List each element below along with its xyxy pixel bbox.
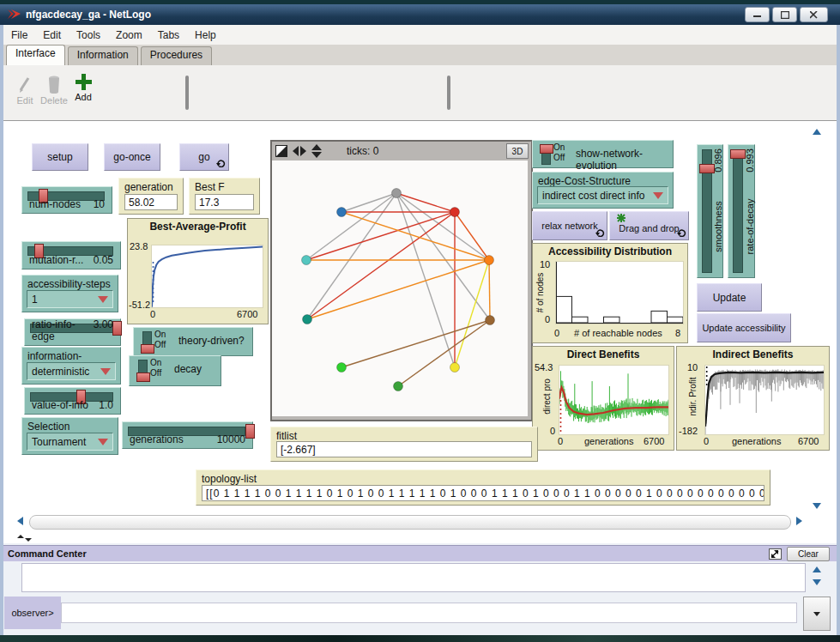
output-scroll-up-icon[interactable] (813, 566, 821, 572)
drag-and-drop-button[interactable]: Drag and drop (609, 211, 689, 240)
command-center-title: Command Center (8, 548, 87, 559)
horizontal-arrows-icon[interactable] (293, 145, 306, 157)
vscroll-up-icon[interactable] (813, 129, 821, 135)
turtle-icon (617, 214, 625, 222)
menu-tools[interactable]: Tools (69, 27, 108, 44)
output-scroll-down-icon[interactable] (813, 579, 821, 585)
menu-help[interactable]: Help (187, 27, 224, 44)
chevron-down-icon (98, 439, 108, 445)
command-center-header: Command Center Clear (3, 545, 837, 561)
toolbar: Edit Delete Add abc Button normal speed … (3, 65, 837, 121)
vscroll-down-icon[interactable] (813, 503, 821, 509)
menu-bar: File Edit Tools Zoom Tabs Help (3, 25, 837, 45)
num-nodes-slider[interactable]: num-nodes10 (21, 186, 112, 214)
forever-icon (677, 227, 686, 237)
generation-monitor: generation58.02 (118, 178, 184, 215)
title-bar: nfgacdecay_ga - NetLogo (0, 4, 840, 25)
export-resize-icon[interactable] (769, 548, 782, 560)
view-world[interactable] (272, 160, 528, 416)
slider-handle[interactable] (245, 424, 255, 439)
show-network-evolution-switch[interactable]: OnOff show-network-evolution (532, 140, 674, 168)
add-tool[interactable]: Add (69, 73, 98, 102)
fitlist-monitor: fitlist[-2.667] (270, 427, 538, 462)
direct-benefits-plot: Direct Benefits 54.3 0 direct pro 0 gene… (532, 346, 674, 451)
relax-network-button[interactable]: relax network (532, 211, 607, 240)
menu-tabs[interactable]: Tabs (150, 27, 187, 44)
ticks-counter: ticks: 0 (347, 145, 378, 157)
ratio-info-edge-slider[interactable]: ratio-info-edge3.00 (24, 318, 121, 346)
add-plus-icon (75, 73, 92, 90)
toolbar-separator (185, 76, 189, 110)
horizontal-scrollbar[interactable] (29, 515, 791, 530)
add-tool-label: Add (75, 92, 92, 102)
switch-track[interactable] (541, 144, 551, 165)
decay-switch[interactable]: OnOff decay (129, 355, 221, 386)
window-close-button[interactable] (800, 7, 828, 22)
netlogo-logo-icon (7, 9, 22, 21)
accessibility-distribution-plot: Accessibility Distribution 10 0 # of nod… (532, 243, 688, 343)
chevron-down-icon (98, 296, 108, 303)
chevron-down-icon (813, 612, 820, 616)
window-title: nfgacdecay_ga - NetLogo (26, 9, 151, 21)
netlogo-window: nfgacdecay_ga - NetLogo File Edit Tools … (0, 0, 840, 642)
tab-interface[interactable]: Interface (6, 45, 65, 65)
setup-button[interactable]: setup (32, 143, 88, 171)
switch-handle[interactable] (540, 144, 553, 154)
rate-of-decay-slider[interactable]: 0.993 rate-of-decay (728, 144, 755, 278)
window-right-border (837, 25, 840, 636)
menu-zoom[interactable]: Zoom (108, 27, 150, 44)
shape-toggle-icon[interactable] (275, 145, 288, 158)
tab-bar: Interface Information Procedures (3, 45, 837, 65)
slider-track[interactable] (733, 149, 743, 273)
clear-button[interactable]: Clear (787, 547, 830, 561)
indirect-benefits-plot: Indirect Benefits 10 -182 ndir. Profit 0… (676, 346, 830, 451)
vertical-arrows-icon[interactable] (311, 144, 323, 158)
forever-icon (595, 227, 605, 237)
command-output[interactable] (21, 563, 806, 592)
3d-button[interactable]: 3D (506, 143, 529, 159)
theory-driven-switch[interactable]: OnOff theory-driven? (133, 327, 253, 356)
hscroll-left-icon[interactable] (17, 517, 23, 525)
update-accessibility-button[interactable]: Update accessibility (697, 313, 791, 342)
edit-tool-label: Edit (17, 95, 33, 106)
edit-pencil-icon (17, 76, 33, 94)
edge-cost-structure-chooser[interactable]: edge-Cost-Structure indirect cost direct… (532, 172, 674, 209)
window-maximize-button[interactable] (772, 7, 797, 22)
switch-handle[interactable] (136, 372, 150, 382)
chevron-down-icon (100, 368, 111, 375)
slider-handle[interactable] (112, 321, 122, 336)
selection-chooser[interactable]: Selection Tournament (21, 417, 118, 455)
go-button[interactable]: go (179, 143, 229, 171)
slider-handle[interactable] (730, 149, 746, 159)
switch-handle[interactable] (141, 344, 154, 354)
view-header: ticks: 0 3D (272, 142, 531, 160)
tab-procedures[interactable]: Procedures (141, 46, 212, 65)
go-once-button[interactable]: go-once (104, 143, 160, 171)
switch-track[interactable] (142, 331, 152, 352)
splitter-handle[interactable] (17, 535, 33, 542)
information-endowment-chooser[interactable]: information-endowm... deterministic (21, 347, 121, 385)
menu-file[interactable]: File (3, 27, 35, 44)
chevron-down-icon (653, 192, 663, 199)
accessibility-steps-chooser[interactable]: accessibility-steps 1 (21, 275, 118, 312)
best-f-monitor: Best F17.3 (189, 178, 260, 215)
topology-list-monitor: topology-list[[0 1 1 1 1 0 0 1 1 1 1 0 1… (196, 469, 771, 506)
value-of-info-slider[interactable]: value-of-info1.0 (24, 387, 121, 415)
window-minimize-button[interactable] (745, 7, 770, 22)
toolbar-separator (447, 76, 450, 110)
delete-tool: Delete (39, 75, 69, 106)
smoothness-slider[interactable]: 0.896 smoothness (697, 144, 723, 278)
update-button[interactable]: Update (697, 283, 762, 312)
desktop-edge (0, 635, 840, 642)
delete-tool-label: Delete (40, 95, 68, 106)
generations-slider[interactable]: generations10000 (122, 421, 253, 449)
mutation-rate-slider[interactable]: mutation-r...0.05 (21, 241, 121, 270)
hscroll-right-icon[interactable] (796, 517, 802, 525)
switch-track[interactable] (138, 360, 148, 380)
world-view[interactable]: ticks: 0 3D (270, 140, 533, 421)
edit-tool: Edit (10, 76, 39, 106)
command-input[interactable] (61, 603, 797, 623)
history-dropdown-button[interactable] (803, 597, 831, 631)
tab-information[interactable]: Information (68, 46, 138, 65)
menu-edit[interactable]: Edit (35, 27, 69, 44)
